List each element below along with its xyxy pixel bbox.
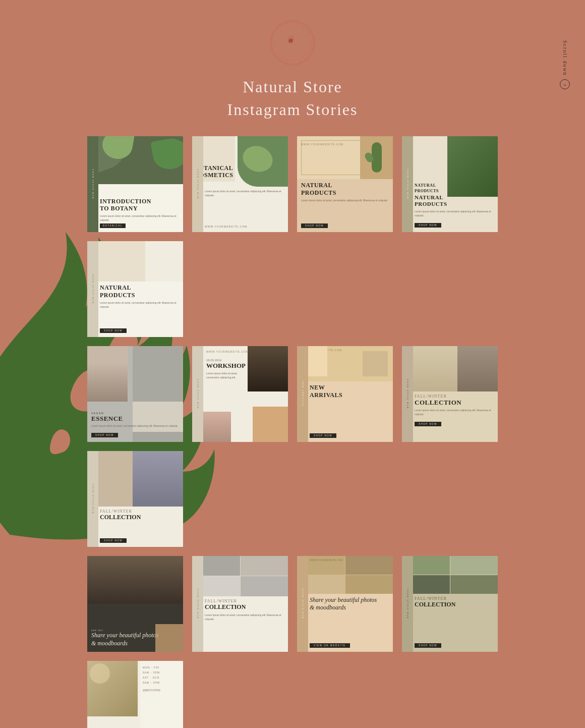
card-vegan-essence[interactable]: VEGAN Essence Lorem ipsum dolor sit amet… [87, 346, 183, 442]
card-new-arrivals[interactable]: WWW.YOURWEBSITE.COM NEW ARRIVALS NewArri… [297, 346, 393, 442]
cards-row-3: see our Share your beautiful photos& moo… [0, 556, 585, 728]
card-url-cosmetics: WWW.YOURWEBSITE.COM [205, 225, 284, 228]
cards-row-1: YOUR STYLE WAR IntroductionTo Botany Lor… [0, 136, 585, 337]
card-olive-collection[interactable]: YOUR STYLE WAR FALL/WINTER Collection SH… [402, 556, 498, 652]
scroll-down-icon: ⌄ [560, 79, 570, 89]
card-tag-botanical: BOTANICAL [100, 223, 126, 228]
card-natural-products-1[interactable]: WWW.YOURWEBSITE.COM NaturalProducts Lore… [297, 136, 393, 232]
cards-section: YOUR STYLE WAR IntroductionTo Botany Lor… [0, 136, 585, 728]
card-cosmetics[interactable]: BotanicalCosmetics YOUR STYLE WAR Lorem … [192, 136, 288, 232]
cards-row-2: VEGAN Essence Lorem ipsum dolor sit amet… [0, 346, 585, 547]
card-fw-collection-1[interactable]: YOUR STYLE WAR Fall/Winter Collection Lo… [402, 346, 498, 442]
page-title: Natural Store Instagram Stories [227, 76, 358, 121]
card-natural-products-2[interactable]: YOUR STYLE WAR NATURALPRODUCTS NaturalPr… [402, 136, 498, 232]
card-fw-collection-2[interactable]: YOUR STYLE WAR FALL/WINTER Collection SH… [87, 451, 183, 547]
card-side-label-2: YOUR STYLE WAR [197, 169, 199, 199]
scroll-down-text: Scroll down [562, 40, 568, 76]
svg-point-0 [271, 22, 314, 64]
card-body-np1: Lorem ipsum dolor sit amet, consectetur … [301, 198, 389, 202]
card-share-peach[interactable]: YOUR STYLE WAR WWW.YOURWEBSITE.COM Share… [297, 556, 393, 652]
card-coffee-hours[interactable]: MON - FRI9AM - 5PMSAT - SUN9AM - 4PM @ME… [87, 661, 183, 728]
brand-logo: NOMAD-VISUALS-SUPPLY-CO· [270, 20, 315, 66]
scroll-down-indicator: Scroll down ⌄ [560, 40, 570, 89]
card-body-botany: Lorem ipsum dolor sit amet, consectetur … [100, 214, 179, 222]
card-body-cosmetics: Lorem ipsum dolor sit amet, consectetur … [205, 189, 284, 197]
svg-text:NOMAD-VISUALS-SUPPLY-CO·: NOMAD-VISUALS-SUPPLY-CO· [272, 23, 313, 63]
card-natural-products-3[interactable]: YOUR STYLE WAR NaturalProducts Lorem ips… [87, 241, 183, 337]
card-fw-collection-3[interactable]: YOUR STYLE WAR FALL/WINTER Collection Lo… [192, 556, 288, 652]
card-share-dark[interactable]: see our Share your beautiful photos& moo… [87, 556, 183, 652]
card-botany[interactable]: YOUR STYLE WAR IntroductionTo Botany Lor… [87, 136, 183, 232]
card-side-label: YOUR STYLE WAR [92, 169, 94, 199]
card-workshop[interactable]: YOUR STYLE WAR WWW.YOURWEBSITE.COM 18.05… [192, 346, 288, 442]
card-title-botany: IntroductionTo Botany [100, 198, 179, 212]
card-btn-np1[interactable]: SHOP NOW [301, 223, 328, 228]
page-header: NOMAD-VISUALS-SUPPLY-CO· Natural Store I… [0, 0, 585, 136]
logo-svg: NOMAD-VISUALS-SUPPLY-CO· [270, 21, 315, 65]
